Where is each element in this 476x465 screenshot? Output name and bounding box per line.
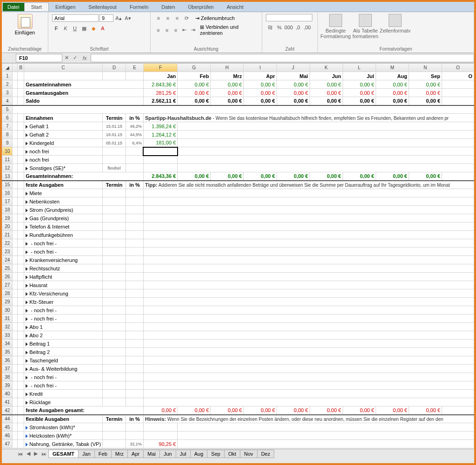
sheet-tab[interactable]: Mai — [143, 450, 160, 458]
row-header[interactable]: 23 — [2, 248, 13, 256]
summary-value[interactable]: 0,00 € — [409, 89, 442, 97]
select-all-cell[interactable]: ◢ — [2, 64, 13, 72]
row-header[interactable]: 40 — [2, 390, 13, 398]
number-format-select[interactable] — [266, 14, 312, 21]
item-label[interactable]: noch frei — [24, 156, 103, 164]
cancel-icon[interactable]: ✕ — [62, 54, 71, 62]
fill-color-button[interactable]: ◆ — [89, 24, 98, 33]
month-header[interactable]: Mrz — [211, 72, 244, 80]
total-value[interactable]: 0,00 € — [310, 406, 343, 415]
tab-formulas[interactable]: Formeln — [123, 3, 155, 11]
align-right-icon[interactable]: ≡ — [172, 26, 180, 34]
item-label[interactable]: Abo 2 — [24, 331, 103, 340]
row-header[interactable]: 28 — [2, 289, 13, 298]
sheet-nav-prev[interactable]: ◀ — [25, 450, 32, 458]
month-header[interactable]: Apr — [244, 72, 277, 80]
align-left-icon[interactable]: ≡ — [154, 26, 162, 34]
sheet-tab[interactable]: Okt — [224, 450, 240, 458]
sheet-tab[interactable]: Apr — [127, 450, 144, 458]
item-label[interactable]: Abo 1 — [24, 323, 103, 331]
total-value[interactable]: 0,00 € — [143, 406, 177, 415]
row-header[interactable]: 36 — [2, 356, 13, 365]
row-header[interactable]: 25 — [2, 264, 13, 273]
item-label[interactable]: Heizkosten (kWh)* — [24, 432, 103, 440]
row-header[interactable]: 27 — [2, 281, 13, 289]
tab-start[interactable]: Start — [24, 2, 49, 11]
name-box[interactable]: F10 — [16, 54, 62, 62]
row-header[interactable]: 46 — [2, 432, 13, 440]
total-value[interactable]: 0,00 € — [277, 172, 310, 181]
formula-bar[interactable] — [91, 54, 474, 62]
item-label[interactable]: Nahrung, Getränke, Tabak (VP) — [24, 440, 103, 448]
summary-value[interactable]: 0,00 € — [343, 97, 376, 105]
total-value[interactable]: 0,00 € — [376, 406, 409, 415]
align-center-icon[interactable]: ≡ — [163, 26, 171, 34]
tab-insert[interactable]: Einfügen — [49, 3, 82, 11]
row-header[interactable]: 47 — [2, 440, 13, 448]
col-header-J[interactable]: J — [277, 64, 310, 72]
summary-label[interactable]: Gesamteinnahmen — [24, 80, 144, 89]
item-value[interactable]: 1.264,12 € — [143, 131, 177, 139]
total-value[interactable]: 0,00 € — [211, 172, 244, 181]
row-header[interactable]: 31 — [2, 314, 13, 323]
item-label[interactable]: - noch frei - — [24, 381, 103, 390]
summary-value[interactable]: 0,00 € — [244, 97, 277, 105]
row-header[interactable]: 4 — [2, 97, 13, 105]
row-header[interactable]: 8 — [2, 131, 13, 139]
row-header[interactable]: 12 — [2, 164, 13, 172]
month-header[interactable]: Jun — [310, 72, 343, 80]
row-header[interactable]: 11 — [2, 156, 13, 164]
currency-icon[interactable]: ₪ — [266, 23, 274, 32]
italic-button[interactable]: K — [61, 24, 70, 33]
row-header[interactable]: 41 — [2, 398, 13, 406]
row-header[interactable]: 29 — [2, 298, 13, 306]
row-header[interactable]: 37 — [2, 365, 13, 373]
font-color-button[interactable]: A — [99, 24, 107, 33]
summary-value[interactable]: 0,00 € — [277, 80, 310, 89]
col-header-M[interactable]: M — [376, 64, 409, 72]
item-label[interactable]: Hausrat — [24, 281, 103, 289]
item-label[interactable]: Sonstiges (SE)* — [24, 164, 103, 172]
item-value[interactable] — [143, 156, 177, 164]
summary-value[interactable]: 0,00 € — [343, 80, 376, 89]
summary-value[interactable]: 281,25 € — [143, 89, 177, 97]
item-label[interactable]: Beitrag 2 — [24, 348, 103, 356]
row-header[interactable]: 39 — [2, 381, 13, 390]
section-header[interactable]: feste Ausgaben — [24, 181, 103, 189]
summary-value[interactable]: 0,00 € — [178, 89, 211, 97]
row-header[interactable]: 3 — [2, 89, 13, 97]
row-header[interactable]: 22 — [2, 239, 13, 248]
item-value[interactable] — [143, 164, 177, 172]
row-header[interactable]: 19 — [2, 214, 13, 223]
item-label[interactable]: Rücklage — [24, 398, 103, 406]
summary-value[interactable]: 0,00 € — [376, 89, 409, 97]
col-header-L[interactable]: L — [343, 64, 376, 72]
align-mid-icon[interactable]: ≡ — [164, 14, 172, 22]
row-header[interactable]: 16 — [2, 189, 13, 197]
sheet-tab[interactable]: Dez — [257, 450, 275, 458]
item-label[interactable]: Kfz-Versicherung — [24, 289, 103, 298]
item-label[interactable]: Miete — [24, 189, 103, 197]
tab-view[interactable]: Ansicht — [220, 3, 250, 11]
summary-value[interactable]: 0,00 € — [310, 97, 343, 105]
sheet-tab[interactable]: Feb — [94, 450, 112, 458]
item-label[interactable]: - noch frei - — [24, 239, 103, 248]
align-top-icon[interactable]: ≡ — [154, 14, 163, 22]
total-value[interactable]: 0,00 € — [244, 172, 277, 181]
month-header[interactable]: Feb — [178, 72, 211, 80]
percent-icon[interactable]: % — [275, 23, 284, 32]
row-header[interactable]: 1 — [2, 72, 13, 80]
sheet-nav-next[interactable]: ▶ — [32, 450, 40, 458]
underline-button[interactable]: U — [71, 24, 79, 33]
item-label[interactable]: Rechtsschutz — [24, 264, 103, 273]
tab-review[interactable]: Überprüfen — [182, 3, 220, 11]
sheet-tab[interactable]: Jun — [159, 450, 176, 458]
item-label[interactable]: Haftpflicht — [24, 273, 103, 281]
summary-value[interactable]: 2.843,36 € — [143, 80, 177, 89]
summary-value[interactable]: 0,00 € — [178, 97, 211, 105]
item-label[interactable]: Gehalt 2 — [24, 131, 103, 139]
month-header[interactable]: Aug — [376, 72, 409, 80]
item-label[interactable]: Rundfunkgebühren — [24, 231, 103, 239]
item-label[interactable]: Nebenkosten — [24, 197, 103, 206]
row-header[interactable]: 34 — [2, 340, 13, 348]
